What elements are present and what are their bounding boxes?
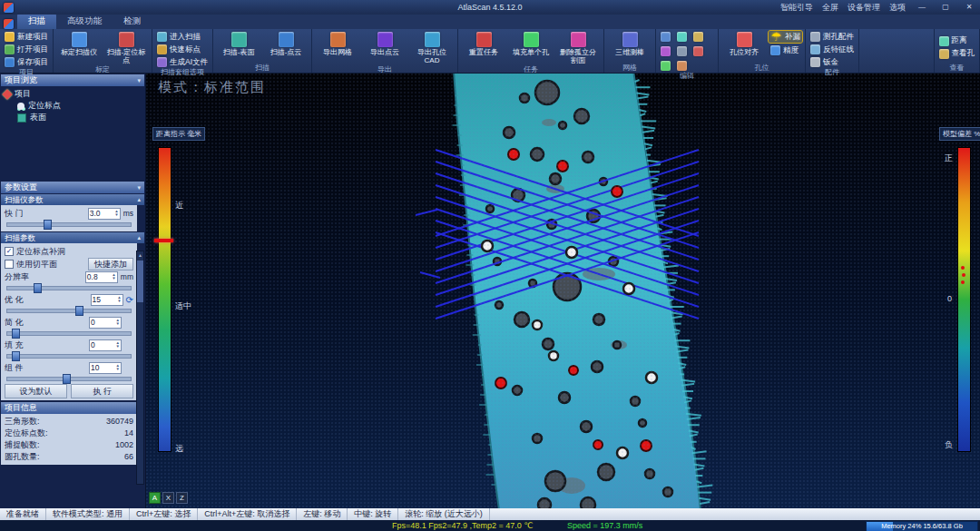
close-button[interactable]: ✕	[962, 2, 976, 13]
ribbon-logo-icon[interactable]	[4, 19, 14, 29]
viewport-3d[interactable]: 模式：标准范围 距离指示 毫米 近 适中 远 模型偏差 % 正 0 负 A X …	[145, 73, 980, 508]
optimize-spinner[interactable]: ▲▼	[117, 296, 121, 303]
slider-thumb[interactable]	[44, 220, 52, 230]
scanner-params-header[interactable]: 扫描仪参数 ▴	[1, 194, 144, 205]
params-header[interactable]: 参数设置 ▾	[1, 182, 144, 193]
fill-label: 填 充	[5, 339, 35, 351]
scroll-up-icon[interactable]: ▲	[137, 251, 143, 259]
simplify-slider[interactable]	[6, 329, 132, 337]
smart-guide-menu[interactable]: 智能引导	[780, 2, 813, 14]
connect-region-button[interactable]	[659, 60, 672, 72]
maximize-button[interactable]: ▢	[938, 2, 953, 13]
delete-selection-button[interactable]	[691, 45, 705, 57]
optimize-input[interactable]: 15 ▲▼	[91, 294, 123, 306]
quick-add-button[interactable]: 快捷添加	[88, 258, 133, 270]
view-holes-button[interactable]: 查看孔	[937, 48, 977, 60]
patch-umbrella-button[interactable]: ☂补漏	[769, 31, 802, 43]
distance-button[interactable]: 距离	[937, 35, 969, 47]
optimize-slider[interactable]	[6, 306, 132, 314]
slider-thumb[interactable]	[12, 351, 20, 361]
sheet-metal-button[interactable]: 钣金	[808, 56, 840, 68]
component-spinner[interactable]: ▲▼	[116, 364, 120, 371]
component-slider[interactable]	[6, 374, 132, 382]
export-holes-cad-button[interactable]: 导出孔位CAD	[409, 31, 455, 65]
mode-indicator: 模式：标准范围	[158, 79, 266, 96]
open-project-button[interactable]: 打开项目	[3, 44, 50, 55]
fill-single-hole-button[interactable]: 填充单个孔	[508, 31, 554, 57]
hole-fitting-button[interactable]: 测孔配件	[808, 31, 856, 43]
slider-thumb[interactable]	[75, 306, 83, 316]
invert-select-button[interactable]	[659, 45, 672, 57]
set-default-button[interactable]: 设为默认	[5, 384, 67, 398]
tree-item-surface[interactable]: 表面	[17, 112, 142, 123]
shutter-slider[interactable]	[6, 220, 132, 228]
project-info-header[interactable]: 项目信息 ▾	[1, 402, 144, 414]
shutter-input[interactable]: 3.0 ▲▼	[88, 208, 121, 220]
resolution-slider[interactable]	[6, 283, 132, 291]
hole-align-button[interactable]: 孔位对齐	[721, 31, 767, 57]
feature-line-button[interactable]: 反特征线	[808, 44, 856, 55]
export-pointcloud-button[interactable]: 导出点云	[362, 31, 407, 57]
sidebar-scrollbar[interactable]: ▲	[136, 251, 144, 485]
fullscreen-menu[interactable]: 全屏	[822, 2, 838, 14]
refresh-icon[interactable]: ⟳	[126, 295, 133, 305]
ribbon: 新建项目打开项目保存项目项目标定扫描仪扫描-定位标点标定进入扫描快速标点生成AI…	[0, 29, 980, 74]
cut-plane-checkbox[interactable]	[5, 260, 14, 269]
slider-thumb[interactable]	[12, 329, 20, 339]
component-input[interactable]: 10 ▲▼	[89, 362, 122, 374]
fill-input[interactable]: 0 ▲▼	[89, 339, 122, 351]
scan-pointcloud-button[interactable]: 扫描-点云	[263, 31, 309, 57]
accuracy-button[interactable]: 精度	[769, 44, 802, 56]
brush-select-button[interactable]	[691, 31, 705, 43]
generate-ai-file-button[interactable]: 生成AI文件	[155, 56, 210, 68]
axis-z-button[interactable]: Z	[176, 492, 188, 504]
scroll-thumb[interactable]	[137, 261, 143, 302]
hole	[520, 93, 529, 103]
scan-params-header[interactable]: 扫描参数 ▴	[1, 232, 144, 243]
enter-scan-button[interactable]: 进入扫描	[155, 31, 202, 43]
delete-isolated-button[interactable]: 删除孤立分割面	[555, 31, 601, 65]
simplify-spinner[interactable]: ▲▼	[116, 319, 120, 326]
red-marker	[641, 440, 652, 451]
fill-slider[interactable]	[6, 351, 132, 359]
deselect-button[interactable]	[675, 45, 689, 57]
slider-thumb[interactable]	[34, 283, 42, 293]
scan-surface-button[interactable]: 扫描-表面	[216, 31, 261, 57]
app-logo-icon[interactable]	[4, 3, 14, 13]
run-button[interactable]: 执 行	[71, 384, 133, 398]
tree-item-markers[interactable]: 定位标点	[17, 100, 142, 112]
info-value: 66	[124, 451, 133, 463]
resolution-spinner[interactable]: ▲▼	[112, 273, 115, 280]
memory-indicator: Memory 24% 15.6/63.8 Gb	[866, 521, 978, 531]
tab-scan[interactable]: 扫描	[17, 14, 56, 29]
simplify-input[interactable]: 0 ▲▼	[89, 317, 122, 329]
slider-thumb[interactable]	[63, 374, 71, 384]
axis-a-button[interactable]: A	[149, 492, 161, 504]
resolution-input[interactable]: 0.8 ▲▼	[85, 271, 118, 283]
tab-inspect[interactable]: 检测	[113, 14, 152, 29]
rect-select-button[interactable]	[659, 31, 672, 43]
probe-3d-button[interactable]: 三维测棒	[607, 31, 652, 57]
tab-advanced[interactable]: 高级功能	[56, 14, 113, 29]
minimize-button[interactable]: —	[915, 2, 929, 13]
fill-spinner[interactable]: ▲▼	[116, 341, 120, 349]
device-manager-menu[interactable]: 设备管理	[848, 2, 880, 14]
distance-gauge-marker[interactable]	[154, 239, 173, 242]
export-mesh-button[interactable]: 导出网格	[315, 31, 360, 57]
calibrate-scanner-button[interactable]: 标定扫描仪	[56, 31, 102, 57]
reset-task-button[interactable]: 重置任务	[461, 31, 506, 57]
smooth-region-button[interactable]	[675, 60, 689, 72]
scan-markers-button[interactable]: 扫描-定位标点	[103, 31, 149, 65]
quick-markers-button[interactable]: 快速标点	[155, 44, 202, 55]
new-project-button[interactable]: 新建项目	[3, 31, 50, 43]
near-label: 近	[175, 200, 183, 211]
fill-markers-checkbox[interactable]: ✓	[5, 247, 14, 256]
ribbon-group-label: 项目	[3, 68, 50, 77]
lasso-select-button[interactable]	[675, 31, 689, 43]
ribbon-group-1: 标定扫描仪扫描-定位标点标定	[54, 29, 152, 73]
tree-item-project[interactable]: 项目	[4, 88, 142, 100]
shutter-spinner[interactable]: ▲▼	[114, 210, 118, 217]
options-menu[interactable]: 选项	[889, 2, 906, 14]
axis-x-button[interactable]: X	[162, 492, 174, 504]
save-project-button[interactable]: 保存项目	[3, 56, 50, 68]
